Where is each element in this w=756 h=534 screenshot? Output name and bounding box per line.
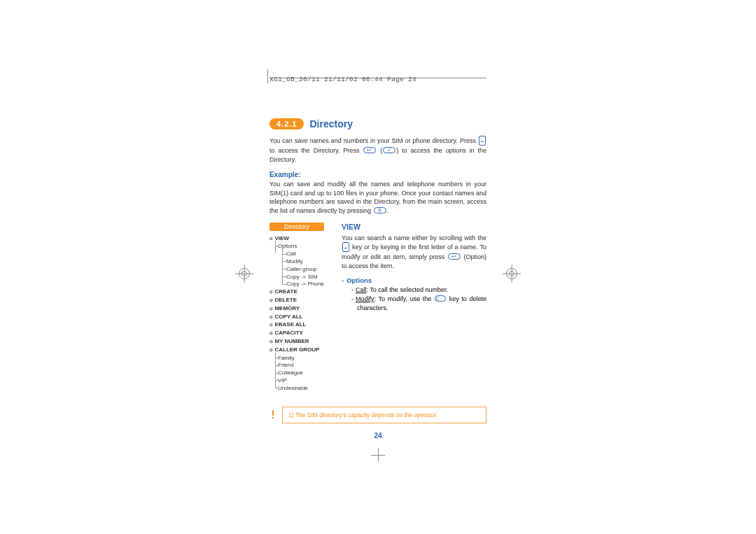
intro-text-c: ( <box>380 147 382 154</box>
softkey-icon <box>448 253 461 260</box>
registration-mark-right <box>503 265 521 283</box>
tree-item: Copy -> SIM <box>270 274 336 281</box>
tree-item: Undesirable <box>270 385 336 393</box>
tree-item: oCALLER GROUP <box>270 346 336 354</box>
tree-item: Options <box>270 243 336 251</box>
view-heading: VIEW <box>342 223 486 231</box>
view-body: You can search a name either by scrollin… <box>342 234 486 271</box>
example-text-b: . <box>387 207 389 214</box>
tree-item: oVIEW <box>270 235 336 243</box>
menu-tree: oVIEWOptionsCallModifyCaller groupCopy -… <box>270 235 336 393</box>
intro-text-b: to access the Directory. Press <box>270 147 359 154</box>
options-list: -Call: To call the selected number. -Mod… <box>342 286 486 313</box>
tree-item: Copy -> Phone <box>270 281 336 288</box>
tree-item: oERASE ALL <box>270 321 336 329</box>
header-tick <box>267 69 268 83</box>
modify-text-a: : To modify, use the <box>374 295 432 302</box>
tree-item: oCREATE <box>270 288 336 296</box>
tree-item: Call <box>270 251 336 258</box>
call-label: Call <box>356 286 367 293</box>
section-number-pill: 4.2.1 <box>270 118 304 129</box>
tree-item: oCOPY ALL <box>270 314 336 321</box>
footnote-box: 1) The SIM directory's capacity depends … <box>282 407 486 423</box>
section-title: Directory <box>309 118 352 129</box>
example-paragraph: You can save and modify all the names an… <box>270 180 486 215</box>
option-modify: -Modify: To modify, use the C key to del… <box>351 295 486 313</box>
options-label: Options <box>346 276 372 284</box>
example-heading: Example: <box>270 171 486 178</box>
tree-item: Friend <box>270 362 336 370</box>
option-call: -Call: To call the selected number. <box>351 286 486 295</box>
intro-paragraph: You can save names and numbers in your S… <box>270 136 486 164</box>
section-header: 4.2.1 Directory <box>270 118 486 129</box>
clear-key-icon: C <box>435 295 446 302</box>
two-column-block: Directory oVIEWOptionsCallModifyCaller g… <box>270 223 486 393</box>
footnote-row: ! 1) The SIM directory's capacity depend… <box>270 407 486 423</box>
registration-mark-left <box>235 265 253 283</box>
intro-text-a: You can save names and numbers in your S… <box>270 137 476 144</box>
call-text: : To call the selected number. <box>367 286 448 293</box>
tree-item: oDELETE <box>270 297 336 304</box>
modify-label: Modify <box>356 295 374 302</box>
tree-item: VIP <box>270 377 336 385</box>
tree-item: Caller group <box>270 266 336 274</box>
description-column: VIEW You can search a name either by scr… <box>336 223 486 393</box>
nav-key-icon <box>342 242 349 252</box>
view-text-a: You can search a name either by scrollin… <box>342 234 486 241</box>
attention-icon: ! <box>270 409 276 421</box>
softkey-icon <box>363 147 376 153</box>
tree-item: Family <box>270 355 336 363</box>
tree-item: oMEMORY <box>270 305 336 313</box>
menu-tree-column: Directory oVIEWOptionsCallModifyCaller g… <box>270 223 336 393</box>
nav-key-icon <box>479 136 486 146</box>
manual-page: XG1_GB_20/11 21/11/02 06:44 Page 24 4.2.… <box>270 76 486 440</box>
crop-mark-bottom <box>371 448 385 462</box>
ok-key-icon <box>383 147 396 153</box>
page-number: 24 <box>270 432 486 440</box>
options-heading: -Options <box>342 276 486 284</box>
tree-item: oCAPACITY <box>270 330 336 337</box>
tree-item: oMY NUMBER <box>270 338 336 346</box>
tree-item: Modify <box>270 258 336 266</box>
directory-tab: Directory <box>270 223 324 231</box>
print-header: XG1_GB_20/11 21/11/02 06:44 Page 24 <box>270 76 486 83</box>
tree-item: Colleague <box>270 370 336 377</box>
menu-key-icon <box>374 207 386 213</box>
